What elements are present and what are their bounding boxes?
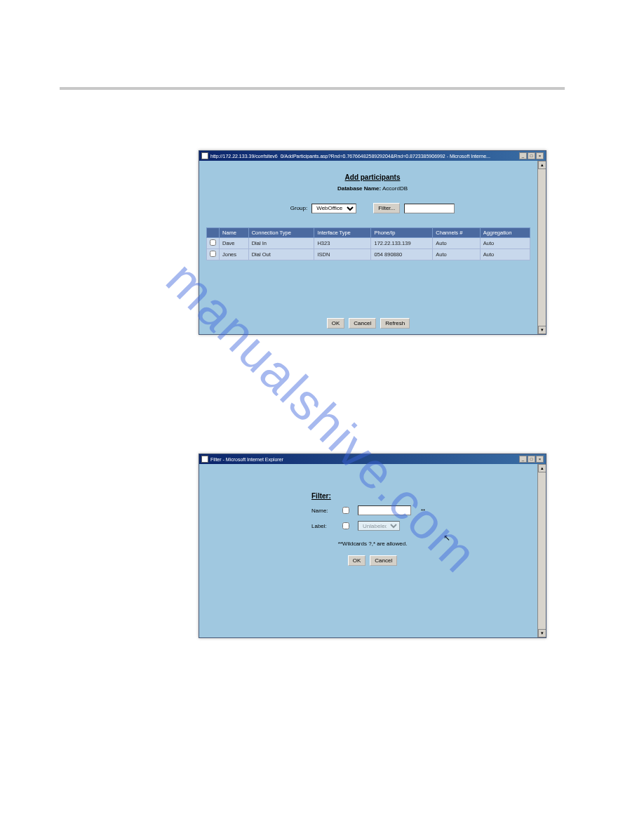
filter-button[interactable]: Filter... [373,203,400,213]
window-content: ▴ ▾ Add participants Database Name: Acco… [199,161,546,334]
scroll-up-icon[interactable]: ▴ [538,161,546,169]
col-channels: Channels # [433,228,481,238]
scroll-down-icon[interactable]: ▾ [538,326,546,334]
window-controls: _ □ × [519,152,544,159]
cell-conn: Dial Out [248,249,314,260]
window-title: Filter - Microsoft Internet Explorer [210,457,283,462]
row-checkbox[interactable] [210,239,216,246]
cell-phone: 054 890880 [371,249,433,260]
minimize-button[interactable]: _ [519,152,527,159]
dialog-buttons: OK Cancel Refresh [199,318,537,329]
table-row: Jones Dial Out ISDN 054 890880 Auto Auto [207,249,530,260]
cell-channels: Auto [433,249,481,260]
window-controls: _ □ × [519,456,544,463]
participants-table: Name Connection Type Interface Type Phon… [206,227,530,260]
filter-window: Filter - Microsoft Internet Explorer _ □… [199,454,546,638]
group-label: Group: [290,205,307,211]
label-checkbox[interactable] [342,522,349,529]
name-row: Name: ** [199,500,546,515]
table-header-row: Name Connection Type Interface Type Phon… [207,228,530,238]
col-connection-type: Connection Type [248,228,314,238]
group-select[interactable]: WebOffice [311,204,356,213]
titlebar: Filter - Microsoft Internet Explorer _ □… [199,454,546,464]
row-checkbox[interactable] [210,251,216,257]
titlebar: http://172.22.133.39/confsitev6_0/AddPar… [199,151,546,161]
add-participants-window: http://172.22.133.39/confsitev6_0/AddPar… [199,150,546,335]
page-divider [60,87,565,90]
window-content: ▴ ▾ Filter: Name: ** Label: Unlabeled ↖ … [199,464,546,637]
label-select[interactable]: Unlabeled [358,521,400,531]
table-row: Dave Dial In H323 172.22.133.139 Auto Au… [207,238,530,249]
wildcard-note: **Wildcards ?,* are allowed. [199,531,546,547]
close-button[interactable]: × [536,456,544,463]
cell-name: Jones [220,249,249,260]
name-label: Name: [311,508,334,514]
cancel-button[interactable]: Cancel [349,318,376,329]
close-button[interactable]: × [536,152,544,159]
name-checkbox[interactable] [342,507,349,514]
cell-iface: H323 [314,238,371,249]
label-row: Label: Unlabeled [199,515,546,531]
col-phone-ip: Phone/Ip [371,228,433,238]
db-label: Database Name: [337,185,381,192]
cell-phone: 172.22.133.139 [371,238,433,249]
scrollbar[interactable]: ▴ ▾ [537,161,546,334]
cell-conn: Dial In [248,238,314,249]
ok-button[interactable]: OK [348,555,366,566]
ie-icon [201,456,208,463]
cell-iface: ISDN [314,249,371,260]
scrollbar[interactable]: ▴ ▾ [537,464,546,637]
col-aggregation: Aggregation [480,228,530,238]
cell-channels: Auto [433,238,481,249]
maximize-button[interactable]: □ [528,456,535,463]
cell-agg: Auto [480,249,530,260]
cursor-icon: ↖ [443,533,450,543]
dialog-buttons: OK Cancel [199,547,546,566]
refresh-button[interactable]: Refresh [380,318,410,329]
maximize-button[interactable]: □ [528,152,535,159]
cell-agg: Auto [480,238,530,249]
col-interface-type: Interface Type [314,228,371,238]
label-label: Label: [311,523,334,529]
window-title: http://172.22.133.39/confsitev6_0/AddPar… [210,154,490,159]
filter-heading: Filter: [199,464,546,500]
scroll-down-icon[interactable]: ▾ [538,629,546,637]
wildcard-star-icon: ** [420,508,425,514]
col-checkbox [207,228,220,238]
cancel-button[interactable]: Cancel [370,555,397,566]
ie-icon [201,152,208,159]
page-title: Add participants [199,161,546,181]
col-name: Name [220,228,249,238]
db-name-label: Database Name: AccordDB [199,181,546,192]
db-value: AccordDB [382,185,408,192]
filter-controls-row: Group: WebOffice Filter... [199,203,546,213]
ok-button[interactable]: OK [327,318,345,329]
scroll-up-icon[interactable]: ▴ [538,464,546,472]
minimize-button[interactable]: _ [519,456,527,463]
filter-input[interactable] [404,204,455,213]
name-input[interactable] [358,505,411,515]
cell-name: Dave [220,238,249,249]
